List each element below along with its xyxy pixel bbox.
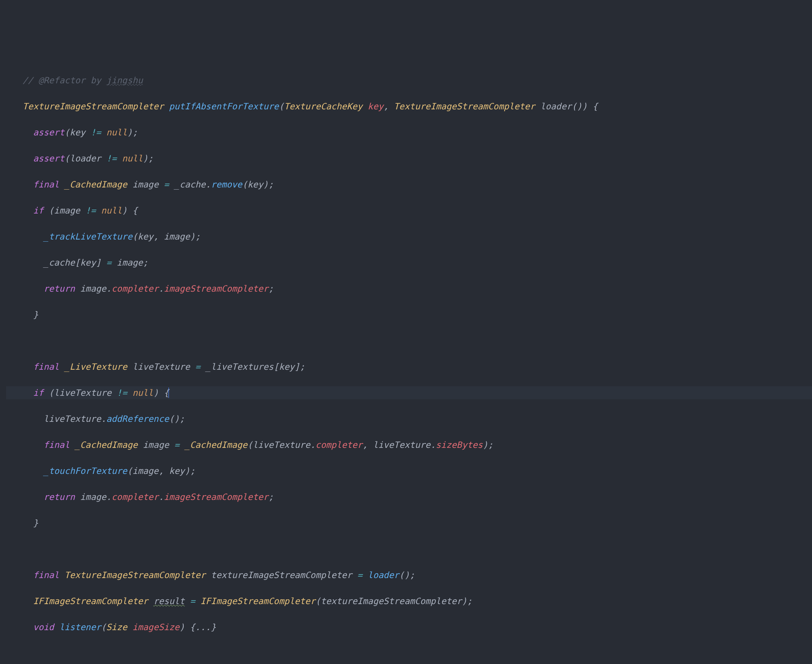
code-line: assert(key != null); [6,126,812,139]
code-editor[interactable]: // @Refactor by jingshu TextureImageStre… [6,61,812,664]
code-line: return image.completer.imageStreamComple… [6,490,812,503]
code-line [6,334,812,347]
code-line: liveTexture.addReference(); [6,412,812,425]
keyword-return: return [43,283,75,294]
code-line: if (image != null) { [6,204,812,217]
code-line: void listener(Size imageSize) {...} [6,621,812,634]
code-fold-icon[interactable]: {...} [190,622,216,632]
variable-hint: result [153,596,185,606]
code-line: final _LiveTexture liveTexture = _liveTe… [6,360,812,373]
code-line: return image.completer.imageStreamComple… [6,282,812,295]
code-line: assert(loader != null); [6,152,812,165]
keyword-if: if [33,205,43,216]
comment: // @Refactor by jingshu [23,75,143,85]
keyword-assert: assert [33,153,64,164]
keyword-final: final [33,179,59,190]
code-line: final _CachedImage image = _CachedImage(… [6,438,812,451]
code-line: final TextureImageStreamCompleter textur… [6,569,812,582]
param: key [368,101,383,112]
code-line [6,542,812,556]
code-line: } [6,308,812,321]
author-tag: jingshu [106,75,143,85]
param: loader [540,101,571,112]
param-type: TextureCacheKey [284,101,363,112]
code-line: _touchForTexture(image, key); [6,464,812,477]
keyword-assert: assert [33,127,64,138]
code-line: IFImageStreamCompleter result = IFImageS… [6,595,812,608]
code-line: _trackLiveTexture(key, image); [6,230,812,243]
code-line: _cache[key] = image; [6,256,812,269]
code-line-active: if (liveTexture != null) { [6,386,812,399]
param-type: TextureImageStreamCompleter [394,101,535,112]
code-line: // @Refactor by jingshu [6,74,812,87]
code-line [6,647,812,660]
code-line: } [6,516,812,529]
function-name: putIfAbsentForTexture [169,101,279,112]
code-line: final _CachedImage image = _cache.remove… [6,178,812,191]
return-type: TextureImageStreamCompleter [23,101,164,112]
keyword-void: void [33,622,54,632]
code-line: TextureImageStreamCompleter putIfAbsentF… [6,100,812,113]
